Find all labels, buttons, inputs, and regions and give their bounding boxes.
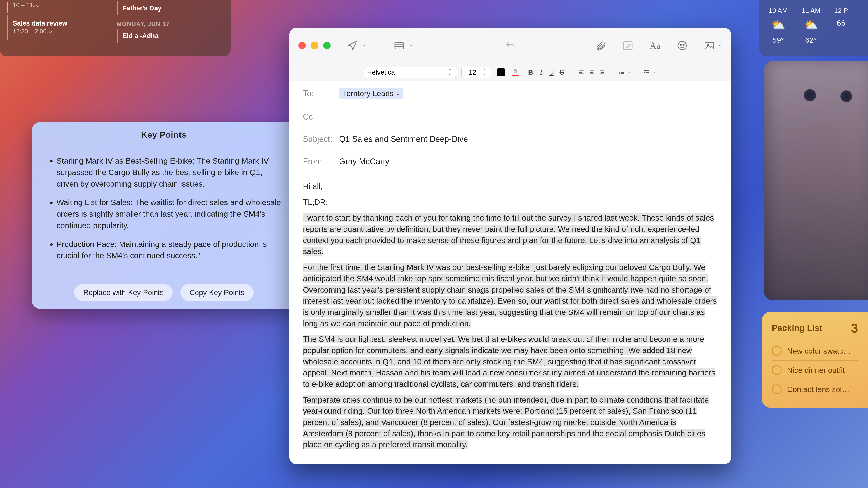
indent-button[interactable] xyxy=(641,67,652,77)
indent-dropdown[interactable] xyxy=(652,67,657,77)
font-size-select[interactable]: 12 ⌃⌄ xyxy=(461,67,491,78)
reminder-text: New color swatc… xyxy=(787,347,851,355)
holiday-item[interactable]: Father's Day xyxy=(117,1,224,15)
mail-header-fields: To: Territory Leads ⌄ Cc: Subject: Q1 Sa… xyxy=(289,81,731,173)
format-text-icon[interactable]: Aa xyxy=(649,40,661,51)
svg-point-11 xyxy=(619,73,620,74)
weather-widget[interactable]: 10 AM ⛅ 59° 11 AM ⛅ 62° 12 P 66 xyxy=(760,0,868,57)
to-field-row[interactable]: To: Territory Leads ⌄ xyxy=(303,81,718,106)
minimize-window-button[interactable] xyxy=(311,42,318,49)
mail-body-editor[interactable]: Hi all, TL;DR: I want to start by thanki… xyxy=(289,173,731,464)
event-time: 12:30 – 2:00PM xyxy=(13,28,111,35)
body-paragraph: Temperate cities continue to be our hott… xyxy=(303,395,709,449)
list-button[interactable] xyxy=(616,67,627,77)
text-style-color-button[interactable]: a xyxy=(510,67,521,77)
from-label: From: xyxy=(303,157,339,166)
chevron-down-icon[interactable]: ⌄ xyxy=(483,72,488,76)
copy-key-points-button[interactable]: Copy Key Points xyxy=(180,284,254,301)
list-dropdown[interactable] xyxy=(627,67,632,77)
weather-temp: 59° xyxy=(769,36,788,44)
from-field-row[interactable]: From: Gray McCarty xyxy=(303,151,718,173)
close-window-button[interactable] xyxy=(298,42,306,49)
replace-with-key-points-button[interactable]: Replace with Key Points xyxy=(74,284,173,301)
reminder-item[interactable]: Contact lens sol… xyxy=(772,380,858,399)
partly-cloudy-icon: ⛅ xyxy=(801,19,820,32)
to-label: To: xyxy=(303,89,339,98)
align-right-button[interactable] xyxy=(597,67,608,77)
text-color-button[interactable] xyxy=(496,67,506,77)
checkbox-circle[interactable] xyxy=(772,365,782,375)
popup-title: Key Points xyxy=(32,122,296,146)
format-toolbar: Helvetica ⌃⌄ 12 ⌃⌄ a B I U S xyxy=(289,63,731,81)
key-point-item: Waiting List for Sales: The waitlist for… xyxy=(57,197,283,231)
svg-point-9 xyxy=(619,70,620,71)
reminders-count: 3 xyxy=(851,321,858,335)
zoom-window-button[interactable] xyxy=(323,42,331,49)
italic-button[interactable]: I xyxy=(536,67,546,77)
chevron-down-icon[interactable]: ⌄ xyxy=(396,91,400,96)
key-points-popup: Key Points Starling Mark IV as Best-Sell… xyxy=(32,122,296,309)
svg-point-4 xyxy=(678,41,686,50)
header-fields-icon[interactable] xyxy=(394,40,405,51)
attach-icon[interactable] xyxy=(595,40,607,51)
key-point-item: Production Pace: Maintaining a steady pa… xyxy=(57,238,283,262)
weather-time: 10 AM xyxy=(769,7,788,14)
reminder-item[interactable]: New color swatc… xyxy=(772,341,858,360)
header-fields-dropdown[interactable] xyxy=(407,40,413,51)
weather-hour: 10 AM ⛅ 59° xyxy=(769,7,788,50)
align-left-button[interactable] xyxy=(576,67,587,77)
subject-field-row[interactable]: Subject: Q1 Sales and Sentiment Deep-Div… xyxy=(303,128,718,151)
insert-photo-icon[interactable] xyxy=(704,40,715,51)
reminder-text: Nice dinner outfit xyxy=(787,366,845,375)
font-select[interactable]: Helvetica ⌃⌄ xyxy=(364,67,457,78)
reminders-widget[interactable]: Packing List 3 New color swatc… Nice din… xyxy=(762,312,868,408)
event-time: 10 – 11AM xyxy=(13,2,111,9)
weather-temp: 66 xyxy=(834,19,848,27)
wallpaper-photo-peek xyxy=(764,61,868,300)
body-greeting: Hi all, xyxy=(303,181,718,192)
reminders-title: Packing List xyxy=(772,323,822,333)
window-toolbar: Aa xyxy=(289,28,731,63)
calendar-event[interactable]: Sales data review 12:30 – 2:00PM xyxy=(7,15,111,39)
svg-point-10 xyxy=(619,72,620,73)
body-tldr: TL;DR: xyxy=(303,197,718,208)
send-options-dropdown[interactable] xyxy=(360,40,366,51)
body-paragraph: For the first time, the Starling Mark IV… xyxy=(303,263,717,328)
weather-time: 11 AM xyxy=(801,7,820,14)
date-label: MONDAY, JUN 17 xyxy=(117,21,224,28)
weather-temp: 62° xyxy=(801,36,820,44)
weather-hour: 11 AM ⛅ 62° xyxy=(801,7,820,50)
align-center-button[interactable] xyxy=(587,67,597,77)
weather-time: 12 P xyxy=(834,7,848,14)
undo-icon[interactable] xyxy=(505,40,516,51)
chevron-down-icon[interactable]: ⌄ xyxy=(448,72,454,76)
weather-hour: 12 P 66 xyxy=(834,7,848,50)
calendar-event[interactable]: 10 – 11AM xyxy=(7,2,111,13)
insert-photo-dropdown[interactable] xyxy=(716,40,722,51)
key-points-list: Starling Mark IV as Best-Selling E-bike:… xyxy=(32,146,296,278)
reminder-item[interactable]: Nice dinner outfit xyxy=(772,360,858,380)
checkbox-circle[interactable] xyxy=(772,384,782,394)
subject-label: Subject: xyxy=(303,134,339,144)
strikethrough-button[interactable]: S xyxy=(557,67,567,77)
event-title: Sales data review xyxy=(13,20,111,27)
cc-field-row[interactable]: Cc: xyxy=(303,106,718,128)
bold-button[interactable]: B xyxy=(526,67,536,77)
mail-compose-window: Aa Helvetica ⌃⌄ 12 ⌃⌄ a xyxy=(289,28,731,464)
underline-button[interactable]: U xyxy=(546,67,557,77)
subject-input[interactable]: Q1 Sales and Sentiment Deep-Dive xyxy=(339,134,718,144)
partly-cloudy-icon: ⛅ xyxy=(769,19,788,32)
svg-rect-0 xyxy=(395,42,403,49)
from-value[interactable]: Gray McCarty xyxy=(339,157,718,166)
markup-icon[interactable] xyxy=(622,40,633,51)
cc-label: Cc: xyxy=(303,112,339,122)
send-icon[interactable] xyxy=(346,40,358,51)
calendar-widget[interactable]: 10 – 11AM Sales data review 12:30 – 2:00… xyxy=(0,0,230,57)
checkbox-circle[interactable] xyxy=(772,346,782,356)
svg-point-5 xyxy=(680,44,681,45)
key-point-item: Starling Mark IV as Best-Selling E-bike:… xyxy=(57,155,283,190)
holiday-item[interactable]: Eid al-Adha xyxy=(117,29,224,43)
emoji-icon[interactable] xyxy=(677,40,688,51)
recipient-pill[interactable]: Territory Leads ⌄ xyxy=(339,88,403,99)
body-paragraph: I want to start by thanking each of you … xyxy=(303,213,714,256)
